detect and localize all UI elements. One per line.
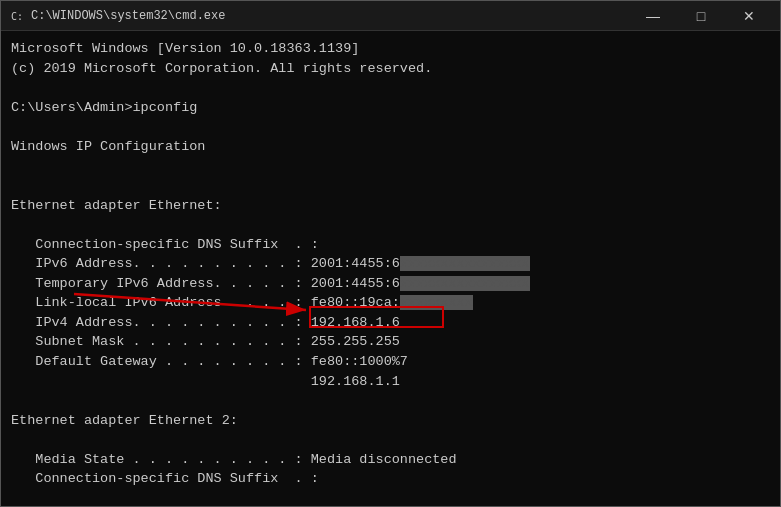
console-output: Microsoft Windows [Version 10.0.18363.11… bbox=[1, 31, 780, 506]
console-empty-8 bbox=[11, 489, 770, 506]
title-bar-text: C:\WINDOWS\system32\cmd.exe bbox=[31, 9, 630, 23]
console-line-8: Ethernet adapter Ethernet: bbox=[11, 196, 770, 216]
console-line-19: Ethernet adapter Ethernet 2: bbox=[11, 411, 770, 431]
title-bar-controls: — □ ✕ bbox=[630, 1, 772, 31]
minimize-button[interactable]: — bbox=[630, 1, 676, 31]
console-line-0: Microsoft Windows [Version 10.0.18363.11… bbox=[11, 39, 770, 59]
console-empty-5 bbox=[11, 215, 770, 235]
console-line-5: Windows IP Configuration bbox=[11, 137, 770, 157]
console-empty-1 bbox=[11, 78, 770, 98]
console-line-11: IPv6 Address. . . . . . . . . . : 2001:4… bbox=[11, 254, 770, 274]
svg-text:C:: C: bbox=[11, 11, 23, 22]
console-line-16: Default Gateway . . . . . . . . : fe80::… bbox=[11, 352, 770, 372]
console-line-14: IPv4 Address. . . . . . . . . . : 192.16… bbox=[11, 313, 770, 333]
console-line-3: C:\Users\Admin>ipconfig bbox=[11, 98, 770, 118]
console-line-13: Link-local IPv6 Address . . . . : fe80::… bbox=[11, 293, 770, 313]
maximize-button[interactable]: □ bbox=[678, 1, 724, 31]
console-empty-2 bbox=[11, 117, 770, 137]
console-line-15: Subnet Mask . . . . . . . . . . : 255.25… bbox=[11, 332, 770, 352]
close-button[interactable]: ✕ bbox=[726, 1, 772, 31]
cmd-icon: C: bbox=[9, 8, 25, 24]
console-empty-6 bbox=[11, 391, 770, 411]
title-bar: C: C:\WINDOWS\system32\cmd.exe — □ ✕ bbox=[1, 1, 780, 31]
console-line-10: Connection-specific DNS Suffix . : bbox=[11, 235, 770, 255]
console-line-1: (c) 2019 Microsoft Corporation. All righ… bbox=[11, 59, 770, 79]
console-empty-4 bbox=[11, 176, 770, 196]
console-line-22: Connection-specific DNS Suffix . : bbox=[11, 469, 770, 489]
console-empty-3 bbox=[11, 156, 770, 176]
console-line-21: Media State . . . . . . . . . . : Media … bbox=[11, 450, 770, 470]
cmd-window: C: C:\WINDOWS\system32\cmd.exe — □ ✕ Mic… bbox=[0, 0, 781, 507]
console-line-17: 192.168.1.1 bbox=[11, 372, 770, 392]
console-empty-7 bbox=[11, 430, 770, 450]
console-line-12: Temporary IPv6 Address. . . . . : 2001:4… bbox=[11, 274, 770, 294]
